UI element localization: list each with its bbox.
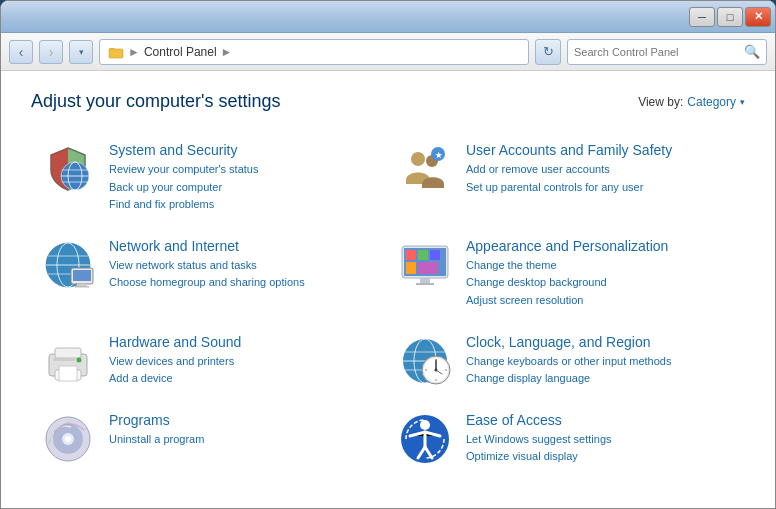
- svg-rect-22: [75, 286, 89, 288]
- category-link[interactable]: Set up parental controls for any user: [466, 179, 735, 197]
- category-link[interactable]: Change desktop background: [466, 274, 735, 292]
- path-separator: ►: [128, 45, 140, 59]
- window: ─ □ ✕ ‹ › ▾ ► Control Panel ►: [0, 0, 776, 509]
- forward-button[interactable]: ›: [39, 40, 63, 64]
- category-title[interactable]: System and Security: [109, 142, 378, 158]
- category-icon-system_security: [41, 142, 95, 196]
- close-button[interactable]: ✕: [745, 7, 771, 27]
- svg-rect-30: [420, 278, 430, 283]
- category-icon-appearance: [398, 238, 452, 292]
- svg-rect-28: [406, 262, 416, 274]
- category-link[interactable]: Add or remove user accounts: [466, 161, 735, 179]
- svg-rect-35: [59, 366, 77, 381]
- category-title[interactable]: User Accounts and Family Safety: [466, 142, 735, 158]
- category-link[interactable]: Optimize visual display: [466, 448, 735, 466]
- svg-text:★: ★: [435, 151, 443, 160]
- svg-rect-25: [406, 250, 416, 260]
- category-link[interactable]: Adjust screen resolution: [466, 292, 735, 310]
- category-title[interactable]: Clock, Language, and Region: [466, 334, 735, 350]
- back-icon: ‹: [19, 44, 24, 60]
- category-item: Clock, Language, and RegionChange keyboa…: [388, 324, 745, 402]
- category-item: ProgramsUninstall a program: [31, 402, 388, 480]
- forward-icon: ›: [49, 44, 54, 60]
- category-link[interactable]: Back up your computer: [109, 179, 378, 197]
- dropdown-button[interactable]: ▾: [69, 40, 93, 64]
- page-title: Adjust your computer's settings: [31, 91, 281, 112]
- category-link[interactable]: Add a device: [109, 370, 378, 388]
- path-separator2: ►: [221, 45, 233, 59]
- refresh-icon: ↻: [543, 44, 554, 59]
- category-content: Network and InternetView network status …: [109, 238, 378, 292]
- category-content: Hardware and SoundView devices and print…: [109, 334, 378, 388]
- category-content: Clock, Language, and RegionChange keyboa…: [466, 334, 735, 388]
- svg-rect-37: [53, 358, 75, 361]
- category-content: Ease of AccessLet Windows suggest settin…: [466, 412, 735, 466]
- svg-point-9: [411, 152, 425, 166]
- category-link[interactable]: View network status and tasks: [109, 257, 378, 275]
- svg-rect-33: [55, 348, 81, 358]
- category-item: Network and InternetView network status …: [31, 228, 388, 324]
- category-link[interactable]: View devices and printers: [109, 353, 378, 371]
- category-item: System and SecurityReview your computer'…: [31, 132, 388, 228]
- main-content: Adjust your computer's settings View by:…: [1, 71, 775, 508]
- category-link[interactable]: Change keyboards or other input methods: [466, 353, 735, 371]
- svg-point-57: [420, 420, 430, 430]
- category-link[interactable]: Choose homegroup and sharing options: [109, 274, 378, 292]
- svg-rect-21: [77, 284, 87, 286]
- view-by: View by: Category ▾: [638, 95, 745, 109]
- category-icon-network: [41, 238, 95, 292]
- category-title[interactable]: Programs: [109, 412, 378, 428]
- category-title[interactable]: Ease of Access: [466, 412, 735, 428]
- category-title[interactable]: Hardware and Sound: [109, 334, 378, 350]
- category-item: Hardware and SoundView devices and print…: [31, 324, 388, 402]
- address-bar: ‹ › ▾ ► Control Panel ► ↻ 🔍: [1, 33, 775, 71]
- viewby-arrow-icon[interactable]: ▾: [740, 97, 745, 107]
- categories-grid: System and SecurityReview your computer'…: [31, 132, 745, 480]
- svg-rect-31: [416, 283, 434, 285]
- category-icon-ease_of_access: [398, 412, 452, 466]
- svg-rect-27: [430, 250, 440, 260]
- back-button[interactable]: ‹: [9, 40, 33, 64]
- address-path[interactable]: ► Control Panel ►: [99, 39, 529, 65]
- svg-point-55: [65, 436, 71, 442]
- category-link[interactable]: Review your computer's status: [109, 161, 378, 179]
- title-bar: ─ □ ✕: [1, 1, 775, 33]
- category-content: System and SecurityReview your computer'…: [109, 142, 378, 214]
- category-link[interactable]: Let Windows suggest settings: [466, 431, 735, 449]
- path-label: Control Panel: [144, 45, 217, 59]
- category-content: User Accounts and Family SafetyAdd or re…: [466, 142, 735, 196]
- search-box: 🔍: [567, 39, 767, 65]
- viewby-label: View by:: [638, 95, 683, 109]
- search-input[interactable]: [574, 46, 740, 58]
- category-item: Appearance and PersonalizationChange the…: [388, 228, 745, 324]
- category-link[interactable]: Change the theme: [466, 257, 735, 275]
- path-folder-icon: [108, 44, 124, 60]
- category-icon-clock: [398, 334, 452, 388]
- svg-rect-29: [418, 262, 438, 274]
- svg-rect-1: [109, 48, 115, 51]
- page-header: Adjust your computer's settings View by:…: [31, 91, 745, 112]
- search-icon[interactable]: 🔍: [744, 44, 760, 59]
- category-icon-programs: [41, 412, 95, 466]
- category-icon-hardware: [41, 334, 95, 388]
- svg-point-36: [77, 357, 82, 362]
- category-link[interactable]: Change display language: [466, 370, 735, 388]
- category-item: Ease of AccessLet Windows suggest settin…: [388, 402, 745, 480]
- category-content: ProgramsUninstall a program: [109, 412, 378, 449]
- viewby-value[interactable]: Category: [687, 95, 736, 109]
- category-link[interactable]: Uninstall a program: [109, 431, 378, 449]
- category-icon-user_accounts: ★: [398, 142, 452, 196]
- category-link[interactable]: Find and fix problems: [109, 196, 378, 214]
- title-bar-buttons: ─ □ ✕: [689, 7, 771, 27]
- minimize-button[interactable]: ─: [689, 7, 715, 27]
- maximize-button[interactable]: □: [717, 7, 743, 27]
- category-title[interactable]: Appearance and Personalization: [466, 238, 735, 254]
- category-title[interactable]: Network and Internet: [109, 238, 378, 254]
- refresh-button[interactable]: ↻: [535, 39, 561, 65]
- svg-rect-26: [418, 250, 428, 260]
- svg-rect-20: [73, 270, 91, 281]
- category-item: ★ User Accounts and Family SafetyAdd or …: [388, 132, 745, 228]
- dropdown-icon: ▾: [79, 47, 84, 57]
- category-content: Appearance and PersonalizationChange the…: [466, 238, 735, 310]
